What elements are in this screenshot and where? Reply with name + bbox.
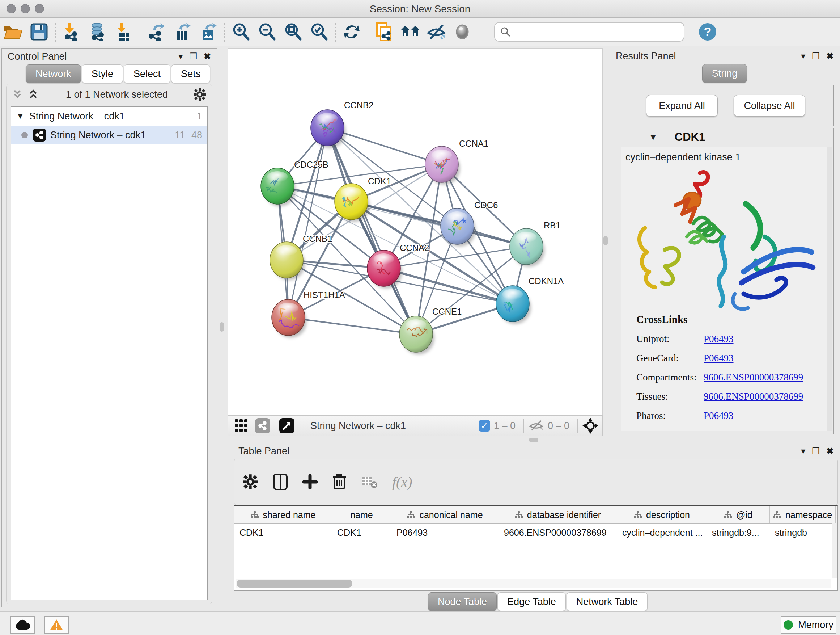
table-cell[interactable]: stringdb:9... xyxy=(707,524,770,541)
table-cell[interactable]: CDK1 xyxy=(332,524,392,541)
export-image-icon[interactable] xyxy=(195,20,221,43)
crosslink-link[interactable]: 9606.ENSP00000378699 xyxy=(704,391,803,402)
column-header-namespace[interactable]: namespace xyxy=(770,506,836,524)
crosslink-link[interactable]: P06493 xyxy=(704,353,734,364)
houses-icon[interactable] xyxy=(397,20,423,43)
tab-edge-table[interactable]: Edge Table xyxy=(497,592,566,611)
scrollbar-thumb[interactable] xyxy=(237,580,352,587)
network-edges[interactable] xyxy=(278,128,526,334)
table-row[interactable]: CDK1CDK1P064939606.ENSP00000378699cyclin… xyxy=(234,524,837,541)
panel-float-icon[interactable]: ❐ xyxy=(812,52,820,60)
tab-network[interactable]: Network xyxy=(26,65,81,83)
show-all-eye-icon[interactable] xyxy=(449,20,475,43)
panel-collapse-icon[interactable]: ▾ xyxy=(178,52,183,61)
network-options-gear-icon[interactable] xyxy=(193,88,206,101)
tab-select[interactable]: Select xyxy=(124,65,171,83)
column-header-database-identifier[interactable]: database identifier xyxy=(499,506,617,524)
crosslink-link[interactable]: P06493 xyxy=(704,333,734,345)
statusbar-separator xyxy=(523,418,524,433)
export-table-icon[interactable] xyxy=(169,20,195,43)
search-field[interactable] xyxy=(494,22,684,42)
zoom-fit-icon[interactable] xyxy=(280,20,306,43)
tab-network-table[interactable]: Network Table xyxy=(567,592,648,611)
expand-all-button[interactable]: Expand All xyxy=(646,95,718,117)
entry-expander-icon[interactable]: ▼ xyxy=(649,133,657,142)
selected-nodes-checkbox-icon[interactable]: ✓ xyxy=(478,420,490,432)
network-graph[interactable]: CCNB2CCNA1CDC25BCDK1CDC6RB1CCNB1CCNA2CDK… xyxy=(228,49,602,415)
save-session-icon[interactable] xyxy=(26,20,52,43)
search-input[interactable] xyxy=(511,26,679,38)
network-collection-row[interactable]: ▼ String Network – cdk1 1 xyxy=(11,107,207,126)
tab-string[interactable]: String xyxy=(702,64,747,83)
node-CDC6[interactable]: CDC6 xyxy=(441,200,498,247)
panel-close-icon[interactable]: ✖ xyxy=(826,447,834,455)
table-vertical-scrollbar[interactable] xyxy=(832,524,837,578)
zoom-in-icon[interactable] xyxy=(228,20,254,43)
panel-collapse-icon[interactable]: ▾ xyxy=(801,52,805,60)
crosslink-link[interactable]: P06493 xyxy=(704,410,734,421)
table-horizontal-scrollbar[interactable] xyxy=(236,578,831,588)
node-CDKN1A[interactable]: CDKN1A xyxy=(496,276,564,324)
zoom-selected-icon[interactable] xyxy=(306,20,332,43)
help-icon[interactable]: ? xyxy=(695,20,721,43)
selection-mode-crosshair-icon[interactable] xyxy=(582,417,599,434)
network-row-selected[interactable]: String Network – cdk1 11 48 xyxy=(11,126,207,144)
node-RB1[interactable]: RB1 xyxy=(510,220,561,267)
expand-all-icon[interactable] xyxy=(28,89,41,100)
import-network-from-database-icon[interactable] xyxy=(85,20,111,43)
node-CCNE1[interactable]: CCNE1 xyxy=(399,307,462,355)
grid-mode-icon[interactable] xyxy=(234,418,248,433)
import-table-from-file-icon[interactable] xyxy=(111,20,137,43)
delete-column-icon[interactable] xyxy=(332,473,347,490)
node-CDK1[interactable]: CDK1 xyxy=(335,176,391,222)
table-cell[interactable]: cyclin–dependent ... xyxy=(617,524,707,541)
node-CCNB1[interactable]: CCNB1 xyxy=(270,234,332,280)
crosslink-link[interactable]: 9606.ENSP00000378699 xyxy=(704,372,803,383)
network-canvas[interactable]: CCNB2CCNA1CDC25BCDK1CDC6RB1CCNB1CCNA2CDK… xyxy=(228,48,603,415)
collapse-all-button[interactable]: Collapse All xyxy=(734,95,805,117)
node-HIST1H1A[interactable]: HIST1H1A xyxy=(272,290,345,338)
delete-table-icon-disabled xyxy=(361,475,378,488)
left-splitter-handle[interactable] xyxy=(219,322,224,332)
zoom-out-icon[interactable] xyxy=(254,20,280,43)
birdseye-view-icon[interactable] xyxy=(279,418,294,433)
table-cell[interactable]: P06493 xyxy=(392,524,499,541)
apply-layout-icon[interactable] xyxy=(339,20,365,43)
column-header-description[interactable]: description xyxy=(617,506,707,524)
column-header-canonical-name[interactable]: canonical name xyxy=(392,506,499,524)
show-columns-icon[interactable] xyxy=(273,473,288,491)
warnings-button[interactable] xyxy=(44,616,69,633)
tab-style[interactable]: Style xyxy=(82,65,123,83)
column-header-name[interactable]: name xyxy=(332,506,392,524)
panel-close-icon[interactable]: ✖ xyxy=(826,52,834,60)
open-session-icon[interactable] xyxy=(0,20,26,43)
table-cell[interactable]: stringdb xyxy=(770,524,836,541)
panel-float-icon[interactable]: ❐ xyxy=(189,52,197,61)
tab-node-table[interactable]: Node Table xyxy=(428,592,497,611)
node-CCNB2[interactable]: CCNB2 xyxy=(311,100,373,148)
memory-button[interactable]: Memory xyxy=(781,616,836,633)
bottom-splitter-handle[interactable] xyxy=(529,438,538,442)
results-scrollbar[interactable] xyxy=(827,147,832,431)
export-network-icon[interactable] xyxy=(143,20,169,43)
add-column-icon[interactable] xyxy=(302,474,317,489)
table-options-gear-icon[interactable] xyxy=(242,474,258,490)
panel-collapse-icon[interactable]: ▾ xyxy=(801,447,805,455)
network-share-view-icon[interactable] xyxy=(255,418,270,433)
table-cell[interactable]: CDK1 xyxy=(234,524,332,541)
hidden-items-eye-icon[interactable] xyxy=(528,419,544,432)
tree-expander-icon[interactable]: ▼ xyxy=(16,111,24,121)
tab-sets[interactable]: Sets xyxy=(171,65,210,83)
panel-close-icon[interactable]: ✖ xyxy=(204,52,211,61)
right-splitter-handle[interactable] xyxy=(603,236,608,245)
column-header-@id[interactable]: @id xyxy=(707,506,770,524)
clone-network-icon[interactable] xyxy=(371,20,397,43)
table-cell[interactable]: 9606.ENSP00000378699 xyxy=(499,524,617,541)
column-header-shared-name[interactable]: shared name xyxy=(234,506,332,524)
node-CCNA1[interactable]: CCNA1 xyxy=(425,139,488,185)
cloud-status-button[interactable] xyxy=(10,616,35,633)
import-network-from-file-icon[interactable] xyxy=(58,20,85,43)
hide-selected-eye-icon[interactable] xyxy=(423,20,449,43)
collapse-all-icon[interactable] xyxy=(12,89,25,100)
panel-float-icon[interactable]: ❐ xyxy=(812,447,820,455)
